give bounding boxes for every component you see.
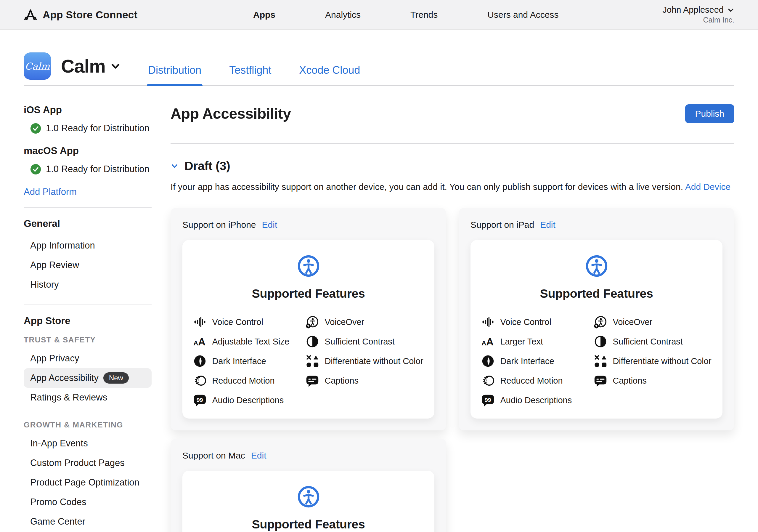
voice-control-icon <box>193 315 206 329</box>
sufficient-contrast-icon <box>306 335 319 348</box>
sidebar-item-label: App Information <box>30 240 95 251</box>
app-store-connect-brand[interactable]: App Store Connect <box>24 8 137 21</box>
sidebar-item-app-accessibility[interactable]: App AccessibilityNew <box>24 368 152 388</box>
feature-label: Dark Interface <box>212 356 266 366</box>
feature-reduced-motion: Reduced Motion <box>481 374 582 387</box>
app-switcher-chevron-icon[interactable] <box>110 61 121 71</box>
svg-text:A: A <box>193 339 198 347</box>
features-title: Supported Features <box>193 517 424 531</box>
sidebar-item-product-page-optimization[interactable]: Product Page Optimization <box>24 473 152 492</box>
user-menu[interactable]: John Appleseed Calm Inc. <box>663 5 734 24</box>
add-platform-link[interactable]: Add Platform <box>24 187 77 197</box>
edit-link[interactable]: Edit <box>262 220 277 230</box>
feature-sufficient-contrast: Sufficient Contrast <box>594 335 711 348</box>
edit-link[interactable]: Edit <box>540 220 556 230</box>
sidebar-divider <box>24 304 152 305</box>
feature-label: VoiceOver <box>325 317 364 327</box>
platform-status-label: 1.0 Ready for Distribution <box>46 164 150 174</box>
calm-app-icon: Calm <box>24 53 51 80</box>
accessibility-icon <box>193 255 424 277</box>
feature-captions: Captions <box>594 374 711 387</box>
feature-sufficient-contrast: Sufficient Contrast <box>306 335 423 348</box>
publish-button[interactable]: Publish <box>685 104 734 123</box>
supported-features-card: Supported FeaturesVoice ControlAAAdjusta… <box>182 240 434 418</box>
sidebar-item-label: Game Center <box>30 516 85 527</box>
tab-testflight[interactable]: Testflight <box>229 64 271 85</box>
feature-label: Sufficient Contrast <box>613 337 682 346</box>
sidebar-item-app-review[interactable]: App Review <box>24 255 152 275</box>
user-org: Calm Inc. <box>663 16 734 24</box>
chevron-down-icon <box>727 7 734 14</box>
sidebar-item-promo-codes[interactable]: Promo Codes <box>24 492 152 512</box>
features-title: Supported Features <box>481 287 712 301</box>
audio-descriptions-icon: 99 <box>193 394 206 407</box>
nav-item-trends[interactable]: Trends <box>410 10 438 20</box>
sidebar-item-in-app-events[interactable]: In-App Events <box>24 434 152 453</box>
platform-status[interactable]: 1.0 Ready for Distribution <box>24 122 152 134</box>
voiceover-icon <box>594 315 607 329</box>
sidebar-heading-general: General <box>24 218 152 229</box>
svg-text:A: A <box>198 336 205 347</box>
feature-label: Differentiate without Color <box>325 356 423 366</box>
accessibility-icon <box>481 255 712 277</box>
title-divider <box>171 143 734 144</box>
nav-item-users-and-access[interactable]: Users and Access <box>487 10 559 20</box>
sidebar-item-label: Promo Codes <box>30 497 86 508</box>
feature-reduced-motion: Reduced Motion <box>193 374 294 387</box>
sidebar-heading-macos-app: macOS App <box>24 145 152 157</box>
sidebar-item-label: App Privacy <box>30 353 79 364</box>
support-card-support-on-mac: Support on MacEditSupported Features <box>171 439 446 532</box>
feature-label: VoiceOver <box>613 317 652 327</box>
svg-text:A: A <box>486 336 494 347</box>
sidebar-item-game-center[interactable]: Game Center <box>24 512 152 531</box>
accessibility-icon <box>193 485 424 508</box>
features-title: Supported Features <box>193 287 424 301</box>
feature-differentiate-without-color: Differentiate without Color <box>306 355 423 368</box>
feature-label: Audio Descriptions <box>500 395 572 405</box>
feature-dark-interface: Dark Interface <box>193 355 294 368</box>
captions-icon <box>306 374 319 387</box>
feature-label: Differentiate without Color <box>613 356 711 366</box>
nav-item-apps[interactable]: Apps <box>253 10 275 20</box>
sufficient-contrast-icon <box>594 335 607 348</box>
svg-text:99: 99 <box>485 397 491 403</box>
card-title: Support on iPhone <box>182 220 256 230</box>
svg-text:A: A <box>481 339 487 347</box>
sidebar-item-app-privacy[interactable]: App Privacy <box>24 349 152 368</box>
add-device-link[interactable]: Add Device <box>685 182 731 192</box>
feature-label: Adjustable Text Size <box>212 337 289 346</box>
tab-distribution[interactable]: Distribution <box>148 64 201 85</box>
check-icon <box>30 123 41 134</box>
sidebar-item-app-information[interactable]: App Information <box>24 236 152 255</box>
section-collapse-chevron-icon[interactable] <box>171 162 179 170</box>
feature-label: Audio Descriptions <box>212 395 284 405</box>
sidebar: iOS App1.0 Ready for DistributionmacOS A… <box>24 104 152 532</box>
platform-status[interactable]: 1.0 Ready for Distribution <box>24 163 152 175</box>
nav-item-analytics[interactable]: Analytics <box>325 10 361 20</box>
feature-adjustable-text-size: AAAdjustable Text Size <box>193 335 294 348</box>
sidebar-item-label: Custom Product Pages <box>30 458 125 468</box>
feature-audio-descriptions: 99Audio Descriptions <box>193 394 294 407</box>
sidebar-heading-app-store: App Store <box>24 315 152 326</box>
feature-larger-text: AALarger Text <box>481 335 582 348</box>
sidebar-item-label: History <box>30 279 59 290</box>
tab-xcode-cloud[interactable]: Xcode Cloud <box>299 64 360 85</box>
sidebar-item-custom-product-pages[interactable]: Custom Product Pages <box>24 453 152 473</box>
app-store-connect-logo-icon <box>24 8 37 21</box>
tab-bar: DistributionTestflightXcode Cloud <box>148 64 360 85</box>
feature-voice-control: Voice Control <box>193 315 294 329</box>
feature-label: Voice Control <box>500 317 551 327</box>
feature-label: Voice Control <box>212 317 263 327</box>
feature-label: Captions <box>325 376 358 386</box>
captions-icon <box>594 374 607 387</box>
sidebar-item-history[interactable]: History <box>24 275 152 295</box>
support-card-support-on-ipad: Support on iPadEditSupported FeaturesVoi… <box>459 208 734 430</box>
sidebar-item-label: In-App Events <box>30 438 88 449</box>
feature-label: Sufficient Contrast <box>325 337 395 346</box>
sidebar-item-ratings-reviews[interactable]: Ratings & Reviews <box>24 388 152 407</box>
svg-text:99: 99 <box>197 397 203 403</box>
platform-status-label: 1.0 Ready for Distribution <box>46 123 150 134</box>
edit-link[interactable]: Edit <box>251 450 266 461</box>
feature-label: Reduced Motion <box>500 376 563 386</box>
text-size-icon: AA <box>193 335 206 348</box>
